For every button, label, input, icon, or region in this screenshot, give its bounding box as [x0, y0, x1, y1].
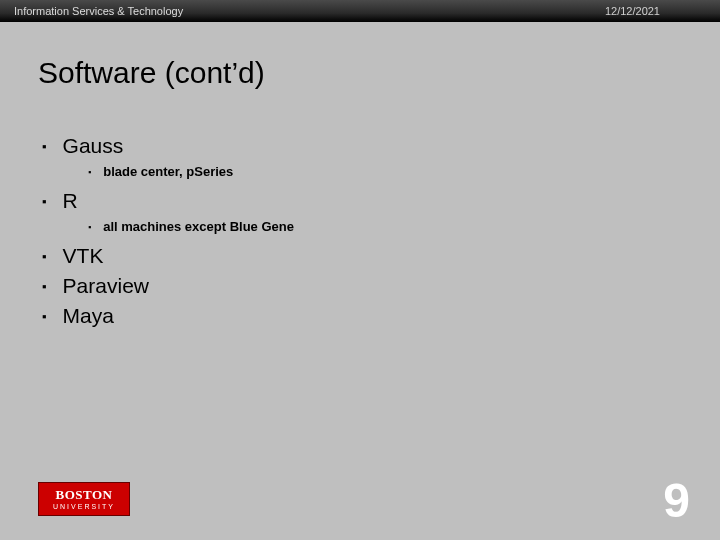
sub-bullet-list: all machines except Blue Gene: [88, 219, 720, 234]
bullet-text: VTK: [63, 244, 104, 268]
slide-title: Software (cont’d): [0, 22, 720, 90]
sub-bullet-item: blade center, pSeries: [88, 164, 720, 179]
sub-bullet-item: all machines except Blue Gene: [88, 219, 720, 234]
bullet-list: Gauss: [42, 134, 720, 158]
top-bar: Information Services & Technology 12/12/…: [0, 0, 720, 22]
logo-badge: BOSTON UNIVERSITY: [38, 482, 130, 516]
bullet-text: Gauss: [63, 134, 124, 158]
sub-bullet-list: blade center, pSeries: [88, 164, 720, 179]
bullet-text: Maya: [63, 304, 114, 328]
bullet-list: VTK Paraview Maya: [42, 244, 720, 328]
slide-content: Gauss blade center, pSeries R all machin…: [0, 90, 720, 328]
org-name: Information Services & Technology: [14, 5, 183, 17]
logo-line2: UNIVERSITY: [53, 503, 115, 510]
bullet-item: VTK: [42, 244, 720, 268]
bullet-text: R: [63, 189, 78, 213]
slide: Information Services & Technology 12/12/…: [0, 0, 720, 540]
logo-line1: BOSTON: [56, 488, 113, 501]
bullet-item: Paraview: [42, 274, 720, 298]
slide-date: 12/12/2021: [605, 5, 706, 17]
bullet-list: R: [42, 189, 720, 213]
sub-bullet-text: blade center, pSeries: [103, 164, 233, 179]
bullet-text: Paraview: [63, 274, 149, 298]
page-number: 9: [663, 473, 690, 528]
sub-bullet-text: all machines except Blue Gene: [103, 219, 294, 234]
bullet-item: Gauss: [42, 134, 720, 158]
bullet-item: R: [42, 189, 720, 213]
bullet-item: Maya: [42, 304, 720, 328]
